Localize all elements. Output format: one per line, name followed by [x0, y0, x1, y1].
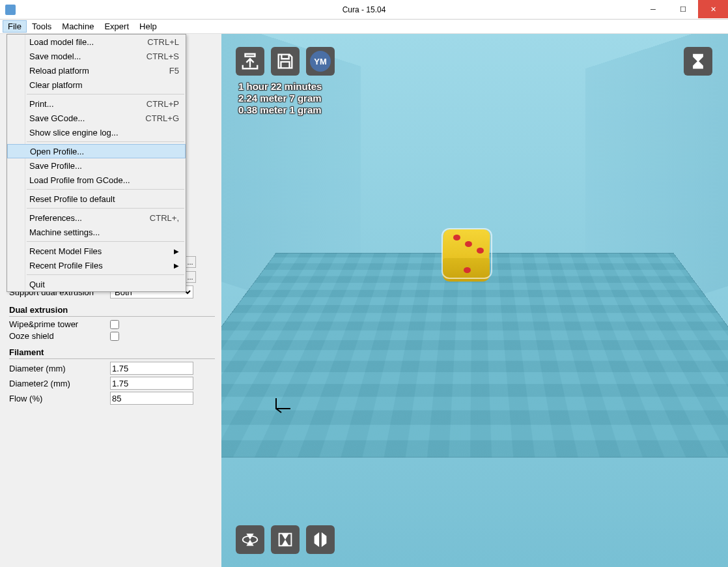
- menu-load-model[interactable]: Load model file...CTRL+L: [7, 35, 186, 49]
- wipe-prime-label: Wipe&prime tower: [9, 319, 110, 329]
- stat-filament1: 2.24 meter 7 gram: [238, 93, 322, 104]
- ym-button[interactable]: YM: [306, 47, 335, 76]
- menu-preferences[interactable]: Preferences...CTRL+,: [7, 211, 186, 225]
- flow-label: Flow (%): [9, 394, 110, 403]
- hourglass-icon: [689, 52, 707, 70]
- rotate-button[interactable]: [236, 525, 264, 554]
- build-plate: [221, 253, 728, 458]
- menu-quit[interactable]: Quit: [7, 277, 186, 291]
- view-mode-button[interactable]: [684, 47, 712, 76]
- scale-icon: [275, 530, 295, 549]
- stat-time: 1 hour 22 minutes: [238, 81, 322, 93]
- ym-icon: YM: [310, 51, 331, 72]
- viewport-toolbar: YM: [236, 47, 335, 76]
- wipe-prime-checkbox[interactable]: [110, 320, 119, 329]
- menu-save-model[interactable]: Save model...CTRL+S: [7, 49, 186, 63]
- diameter2-input[interactable]: [110, 377, 193, 390]
- menu-save-gcode[interactable]: Save GCode...CTRL+G: [7, 111, 186, 125]
- window-controls: ─ ☐ ✕: [638, 0, 728, 18]
- 3d-viewport[interactable]: YM 1 hour 22 minutes 2.24 meter 7 gram 0…: [221, 34, 728, 567]
- close-button[interactable]: ✕: [698, 0, 728, 18]
- menu-help[interactable]: Help: [134, 20, 162, 33]
- menu-open-profile[interactable]: Open Profile...: [7, 144, 186, 158]
- menubar: File Tools Machine Expert Help: [0, 20, 728, 34]
- load-icon: [240, 51, 260, 71]
- menu-machine[interactable]: Machine: [57, 20, 99, 33]
- menu-recent-model[interactable]: Recent Model Files▶: [7, 244, 186, 258]
- mirror-icon: [311, 530, 330, 549]
- app-icon: [5, 5, 16, 15]
- submenu-arrow-icon: ▶: [174, 262, 179, 269]
- diameter-input[interactable]: [110, 362, 193, 375]
- ooze-shield-label: Ooze shield: [9, 331, 110, 341]
- flow-input[interactable]: [110, 392, 193, 405]
- rotate-icon: [240, 530, 260, 549]
- save-icon: [275, 51, 295, 71]
- viewport-bottom-toolbar: [236, 525, 335, 554]
- stat-filament2: 0.38 meter 1 gram: [238, 104, 322, 116]
- maximize-button[interactable]: ☐: [668, 0, 698, 18]
- menu-machine-settings[interactable]: Machine settings...: [7, 225, 186, 239]
- menu-reload-platform[interactable]: Reload platformF5: [7, 63, 186, 78]
- menu-recent-profile[interactable]: Recent Profile Files▶: [7, 258, 186, 272]
- file-dropdown-menu: Load model file...CTRL+L Save model...CT…: [7, 34, 186, 292]
- menu-tools[interactable]: Tools: [27, 20, 57, 33]
- dual-extrusion-header: Dual extrusion: [9, 305, 215, 317]
- menu-save-profile[interactable]: Save Profile...: [7, 158, 186, 173]
- menu-load-profile-gcode[interactable]: Load Profile from GCode...: [7, 173, 186, 187]
- diameter2-label: Diameter2 (mm): [9, 379, 110, 388]
- axis-indicator: [273, 396, 294, 417]
- submenu-arrow-icon: ▶: [174, 248, 179, 255]
- model-dice[interactable]: [443, 229, 491, 278]
- build-volume: [221, 164, 728, 490]
- window-title: Cura - 15.04: [343, 5, 386, 14]
- print-stats: 1 hour 22 minutes 2.24 meter 7 gram 0.38…: [238, 81, 322, 116]
- minimize-button[interactable]: ─: [638, 0, 668, 18]
- save-button[interactable]: [271, 47, 300, 76]
- titlebar: Cura - 15.04 ─ ☐ ✕: [0, 0, 728, 20]
- load-model-button[interactable]: [236, 47, 264, 76]
- menu-expert[interactable]: Expert: [99, 20, 134, 33]
- scale-button[interactable]: [271, 525, 300, 554]
- menu-print[interactable]: Print...CTRL+P: [7, 96, 186, 111]
- mirror-button[interactable]: [306, 525, 335, 554]
- ooze-shield-checkbox[interactable]: [110, 332, 119, 341]
- diameter-label: Diameter (mm): [9, 364, 110, 373]
- filament-header: Filament: [9, 347, 215, 359]
- menu-file[interactable]: File: [3, 20, 27, 33]
- menu-reset-profile[interactable]: Reset Profile to default: [7, 192, 186, 206]
- menu-show-slice-log[interactable]: Show slice engine log...: [7, 125, 186, 139]
- menu-clear-platform[interactable]: Clear platform: [7, 78, 186, 92]
